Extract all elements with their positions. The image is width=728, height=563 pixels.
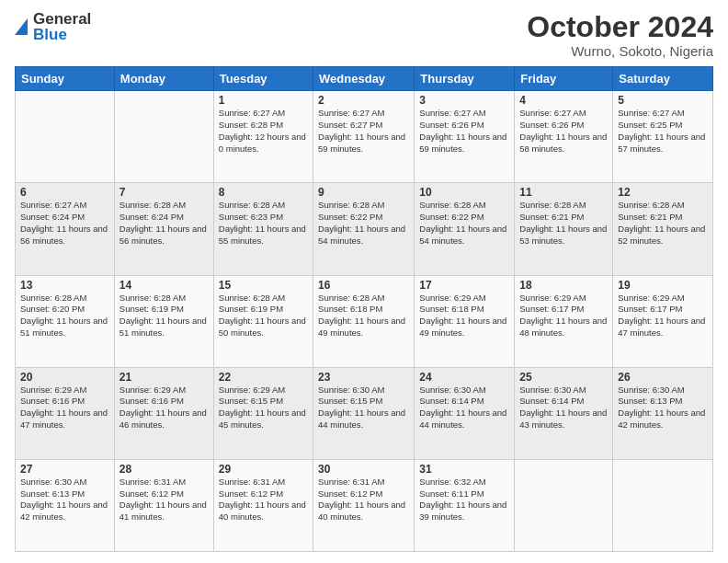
day-number: 1 bbox=[219, 94, 308, 107]
day-sunrise: Sunrise: 6:27 AMSunset: 6:25 PMDaylight:… bbox=[618, 108, 705, 153]
day-number: 20 bbox=[20, 371, 109, 384]
table-row: 1 Sunrise: 6:27 AMSunset: 6:28 PMDayligh… bbox=[213, 91, 313, 183]
day-sunrise: Sunrise: 6:29 AMSunset: 6:15 PMDaylight:… bbox=[219, 385, 306, 430]
table-row: 10 Sunrise: 6:28 AMSunset: 6:22 PMDaylig… bbox=[415, 183, 515, 275]
day-sunrise: Sunrise: 6:30 AMSunset: 6:13 PMDaylight:… bbox=[20, 477, 108, 522]
day-number: 14 bbox=[119, 279, 209, 292]
day-sunrise: Sunrise: 6:30 AMSunset: 6:13 PMDaylight:… bbox=[618, 385, 705, 430]
day-sunrise: Sunrise: 6:31 AMSunset: 6:12 PMDaylight:… bbox=[318, 477, 405, 522]
day-number: 5 bbox=[618, 94, 708, 107]
table-row bbox=[515, 459, 613, 551]
table-row: 2 Sunrise: 6:27 AMSunset: 6:27 PMDayligh… bbox=[313, 91, 415, 183]
day-sunrise: Sunrise: 6:29 AMSunset: 6:16 PMDaylight:… bbox=[20, 385, 108, 430]
table-row: 13 Sunrise: 6:28 AMSunset: 6:20 PMDaylig… bbox=[16, 275, 115, 367]
day-number: 7 bbox=[119, 186, 209, 199]
table-row: 20 Sunrise: 6:29 AMSunset: 6:16 PMDaylig… bbox=[16, 367, 115, 459]
day-number: 29 bbox=[219, 463, 308, 476]
day-sunrise: Sunrise: 6:32 AMSunset: 6:11 PMDaylight:… bbox=[419, 477, 506, 522]
table-row: 9 Sunrise: 6:28 AMSunset: 6:22 PMDayligh… bbox=[313, 183, 415, 275]
table-row: 27 Sunrise: 6:30 AMSunset: 6:13 PMDaylig… bbox=[16, 459, 115, 551]
table-row bbox=[613, 459, 713, 551]
table-row: 6 Sunrise: 6:27 AMSunset: 6:24 PMDayligh… bbox=[16, 183, 115, 275]
day-sunrise: Sunrise: 6:29 AMSunset: 6:17 PMDaylight:… bbox=[618, 293, 705, 338]
day-number: 12 bbox=[618, 186, 708, 199]
day-sunrise: Sunrise: 6:31 AMSunset: 6:12 PMDaylight:… bbox=[119, 477, 207, 522]
day-number: 10 bbox=[419, 186, 509, 199]
header-thursday: Thursday bbox=[415, 67, 515, 91]
logo-triangle-icon bbox=[15, 18, 28, 35]
table-row bbox=[16, 91, 115, 183]
day-sunrise: Sunrise: 6:27 AMSunset: 6:26 PMDaylight:… bbox=[519, 108, 607, 153]
day-number: 11 bbox=[519, 186, 608, 199]
calendar-week-row: 6 Sunrise: 6:27 AMSunset: 6:24 PMDayligh… bbox=[16, 183, 713, 275]
calendar-title: October 2024 bbox=[527, 11, 713, 43]
header-sunday: Sunday bbox=[16, 67, 115, 91]
day-sunrise: Sunrise: 6:27 AMSunset: 6:26 PMDaylight:… bbox=[419, 108, 506, 153]
day-number: 26 bbox=[618, 371, 708, 384]
day-sunrise: Sunrise: 6:28 AMSunset: 6:20 PMDaylight:… bbox=[20, 293, 108, 338]
table-row: 22 Sunrise: 6:29 AMSunset: 6:15 PMDaylig… bbox=[213, 367, 313, 459]
day-sunrise: Sunrise: 6:28 AMSunset: 6:23 PMDaylight:… bbox=[219, 200, 306, 245]
day-sunrise: Sunrise: 6:28 AMSunset: 6:24 PMDaylight:… bbox=[119, 200, 207, 245]
table-row: 23 Sunrise: 6:30 AMSunset: 6:15 PMDaylig… bbox=[313, 367, 415, 459]
day-number: 21 bbox=[119, 371, 209, 384]
day-number: 24 bbox=[419, 371, 509, 384]
day-number: 4 bbox=[519, 94, 608, 107]
header: General Blue October 2024 Wurno, Sokoto,… bbox=[15, 11, 713, 59]
header-tuesday: Tuesday bbox=[213, 67, 313, 91]
day-sunrise: Sunrise: 6:30 AMSunset: 6:15 PMDaylight:… bbox=[318, 385, 405, 430]
header-saturday: Saturday bbox=[613, 67, 713, 91]
table-row: 28 Sunrise: 6:31 AMSunset: 6:12 PMDaylig… bbox=[114, 459, 213, 551]
day-sunrise: Sunrise: 6:30 AMSunset: 6:14 PMDaylight:… bbox=[419, 385, 506, 430]
day-number: 16 bbox=[318, 279, 409, 292]
calendar-week-row: 1 Sunrise: 6:27 AMSunset: 6:28 PMDayligh… bbox=[16, 91, 713, 183]
day-sunrise: Sunrise: 6:28 AMSunset: 6:18 PMDaylight:… bbox=[318, 293, 405, 338]
day-sunrise: Sunrise: 6:28 AMSunset: 6:19 PMDaylight:… bbox=[119, 293, 207, 338]
day-sunrise: Sunrise: 6:27 AMSunset: 6:27 PMDaylight:… bbox=[318, 108, 405, 153]
table-row: 5 Sunrise: 6:27 AMSunset: 6:25 PMDayligh… bbox=[613, 91, 713, 183]
day-number: 15 bbox=[219, 279, 308, 292]
day-sunrise: Sunrise: 6:28 AMSunset: 6:21 PMDaylight:… bbox=[519, 200, 607, 245]
day-number: 17 bbox=[419, 279, 509, 292]
table-row: 12 Sunrise: 6:28 AMSunset: 6:21 PMDaylig… bbox=[613, 183, 713, 275]
table-row: 25 Sunrise: 6:30 AMSunset: 6:14 PMDaylig… bbox=[515, 367, 613, 459]
calendar-week-row: 13 Sunrise: 6:28 AMSunset: 6:20 PMDaylig… bbox=[16, 275, 713, 367]
table-row: 30 Sunrise: 6:31 AMSunset: 6:12 PMDaylig… bbox=[313, 459, 415, 551]
day-number: 23 bbox=[318, 371, 409, 384]
day-sunrise: Sunrise: 6:27 AMSunset: 6:28 PMDaylight:… bbox=[219, 108, 306, 153]
day-number: 18 bbox=[519, 279, 608, 292]
table-row bbox=[114, 91, 213, 183]
day-sunrise: Sunrise: 6:29 AMSunset: 6:18 PMDaylight:… bbox=[419, 293, 506, 338]
day-number: 25 bbox=[519, 371, 608, 384]
day-number: 31 bbox=[419, 463, 509, 476]
calendar-week-row: 20 Sunrise: 6:29 AMSunset: 6:16 PMDaylig… bbox=[16, 367, 713, 459]
day-number: 6 bbox=[20, 186, 109, 199]
table-row: 4 Sunrise: 6:27 AMSunset: 6:26 PMDayligh… bbox=[515, 91, 613, 183]
table-row: 24 Sunrise: 6:30 AMSunset: 6:14 PMDaylig… bbox=[415, 367, 515, 459]
day-number: 22 bbox=[219, 371, 308, 384]
calendar-week-row: 27 Sunrise: 6:30 AMSunset: 6:13 PMDaylig… bbox=[16, 459, 713, 551]
day-sunrise: Sunrise: 6:30 AMSunset: 6:14 PMDaylight:… bbox=[519, 385, 607, 430]
table-row: 29 Sunrise: 6:31 AMSunset: 6:12 PMDaylig… bbox=[213, 459, 313, 551]
logo-line1: General bbox=[33, 11, 91, 27]
day-number: 3 bbox=[419, 94, 509, 107]
calendar-table: Sunday Monday Tuesday Wednesday Thursday… bbox=[15, 66, 713, 552]
day-number: 9 bbox=[318, 186, 409, 199]
day-number: 27 bbox=[20, 463, 109, 476]
day-number: 8 bbox=[219, 186, 308, 199]
day-sunrise: Sunrise: 6:28 AMSunset: 6:22 PMDaylight:… bbox=[419, 200, 506, 245]
table-row: 18 Sunrise: 6:29 AMSunset: 6:17 PMDaylig… bbox=[515, 275, 613, 367]
table-row: 26 Sunrise: 6:30 AMSunset: 6:13 PMDaylig… bbox=[613, 367, 713, 459]
day-sunrise: Sunrise: 6:27 AMSunset: 6:24 PMDaylight:… bbox=[20, 200, 108, 245]
page: General Blue October 2024 Wurno, Sokoto,… bbox=[0, 0, 728, 563]
day-sunrise: Sunrise: 6:28 AMSunset: 6:21 PMDaylight:… bbox=[618, 200, 705, 245]
calendar-subtitle: Wurno, Sokoto, Nigeria bbox=[527, 43, 713, 59]
table-row: 31 Sunrise: 6:32 AMSunset: 6:11 PMDaylig… bbox=[415, 459, 515, 551]
title-block: October 2024 Wurno, Sokoto, Nigeria bbox=[527, 11, 713, 59]
day-number: 28 bbox=[119, 463, 209, 476]
table-row: 8 Sunrise: 6:28 AMSunset: 6:23 PMDayligh… bbox=[213, 183, 313, 275]
header-friday: Friday bbox=[515, 67, 613, 91]
day-number: 13 bbox=[20, 279, 109, 292]
day-number: 30 bbox=[318, 463, 409, 476]
day-sunrise: Sunrise: 6:28 AMSunset: 6:19 PMDaylight:… bbox=[219, 293, 306, 338]
